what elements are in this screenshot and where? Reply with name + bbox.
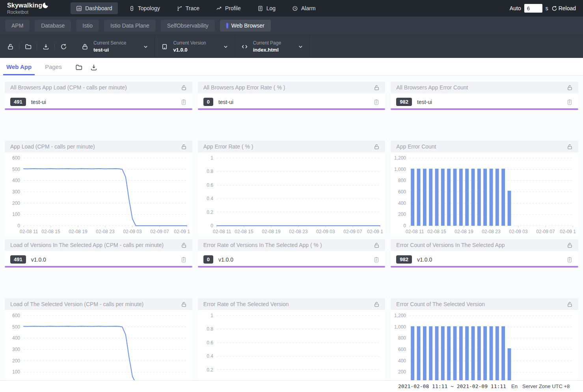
lock-icon[interactable] bbox=[374, 144, 380, 150]
svg-text:02-09 1: 02-09 1 bbox=[367, 229, 383, 234]
card-selected-version-error-rate-chart: Error Rate of The Selected Version 00.20… bbox=[198, 298, 386, 392]
tab-pages[interactable]: Pages bbox=[44, 63, 63, 75]
view-tab-tools bbox=[75, 64, 97, 75]
footer-bar: 2021-02-08 11:11 ~ 2021-02-09 11:11 En S… bbox=[0, 380, 583, 392]
lock-icon[interactable] bbox=[567, 85, 573, 91]
auto-reload-interval-input[interactable] bbox=[524, 4, 542, 13]
language-switch[interactable]: En bbox=[511, 383, 518, 389]
card-error-count-of-versions: Error Count of Versions In The Selected … bbox=[391, 239, 578, 268]
svg-text:02-09 03: 02-09 03 bbox=[316, 229, 335, 234]
tab-database[interactable]: Database bbox=[35, 20, 71, 32]
svg-text:0.8: 0.8 bbox=[207, 326, 213, 332]
card-title: Error Count of Versions In The Selected … bbox=[396, 242, 505, 248]
metric-underline-bar bbox=[391, 266, 578, 268]
current-version-value: v1.0.0 bbox=[173, 47, 206, 53]
app-load-line-chart: 010020030040050060002-08 1102-08 1502-08… bbox=[5, 152, 192, 236]
svg-text:02-08 15: 02-08 15 bbox=[428, 229, 447, 234]
card-title: App Error Count bbox=[396, 143, 436, 150]
selector-toolbar: Current Service test-ui Current Version … bbox=[0, 35, 583, 58]
selected-version-error-count-bar-chart: 02004006008001,0001,20002-08 1102-08 150… bbox=[391, 310, 578, 392]
reload-button[interactable]: Reload bbox=[551, 5, 576, 11]
chevron-down-icon bbox=[143, 44, 148, 49]
nav-item-topology[interactable]: Topology bbox=[123, 2, 166, 14]
export-template-button[interactable] bbox=[37, 40, 54, 53]
lock-icon[interactable] bbox=[181, 301, 187, 307]
current-version-selector[interactable]: Current Version v1.0.0 bbox=[155, 35, 235, 58]
import-template-button[interactable] bbox=[19, 40, 37, 53]
metric-value-badge: 0 bbox=[203, 255, 213, 264]
svg-text:0.2: 0.2 bbox=[207, 210, 213, 215]
auto-reload-label: Auto bbox=[510, 5, 521, 11]
nav-item-profile[interactable]: Profile bbox=[210, 2, 246, 14]
time-range-picker[interactable]: 2021-02-08 11:11 ~ 2021-02-09 11:11 bbox=[398, 383, 506, 389]
clipboard-icon[interactable] bbox=[566, 256, 573, 263]
svg-text:600: 600 bbox=[12, 313, 20, 318]
nav-item-alarm[interactable]: Alarm bbox=[287, 2, 321, 14]
lock-icon[interactable] bbox=[181, 144, 187, 150]
clipboard-icon[interactable] bbox=[566, 99, 573, 105]
nav-item-dashboard[interactable]: Dashboard bbox=[71, 2, 118, 14]
tab-selfobservability[interactable]: SelfObservability bbox=[161, 20, 215, 32]
svg-text:02-09 03: 02-09 03 bbox=[509, 229, 528, 234]
svg-text:02-08 19: 02-08 19 bbox=[455, 229, 474, 234]
chevron-down-icon bbox=[223, 44, 228, 49]
lock-icon[interactable] bbox=[374, 242, 380, 248]
current-service-value: test-ui bbox=[93, 47, 126, 53]
lock-icon[interactable] bbox=[567, 144, 573, 150]
svg-text:0.6: 0.6 bbox=[207, 340, 213, 346]
metric-entity-name: v1.0.0 bbox=[417, 256, 432, 263]
tab-apm[interactable]: APM bbox=[5, 20, 30, 32]
import-view-button[interactable] bbox=[75, 64, 82, 71]
refresh-dashboard-button[interactable] bbox=[55, 40, 72, 53]
svg-text:200: 200 bbox=[398, 212, 406, 217]
export-view-button[interactable] bbox=[90, 64, 97, 71]
dashboard-template-tabs: APM Database Istio Istio Data Plane Self… bbox=[0, 17, 583, 35]
svg-text:100: 100 bbox=[12, 369, 20, 375]
svg-text:400: 400 bbox=[398, 201, 406, 206]
app-error-rate-line-chart: 00.20.40.60.8102-08 1102-08 1502-08 1902… bbox=[198, 152, 386, 236]
current-service-label: Current Service bbox=[93, 40, 126, 46]
card-error-rate-of-versions: Error Rate of Versions In The Selected A… bbox=[198, 239, 386, 268]
current-service-selector[interactable]: Current Service test-ui bbox=[75, 35, 155, 58]
lock-icon[interactable] bbox=[181, 242, 187, 248]
svg-text:600: 600 bbox=[398, 347, 406, 352]
app-logo: Skywalking Rocketbot bbox=[7, 2, 48, 15]
clipboard-icon[interactable] bbox=[181, 256, 187, 263]
lock-icon[interactable] bbox=[374, 85, 380, 91]
svg-text:200: 200 bbox=[398, 369, 406, 375]
clipboard-icon[interactable] bbox=[181, 99, 187, 105]
card-app-error-rate-chart: App Error Rate ( % ) 00.20.40.60.8102-08… bbox=[198, 141, 386, 236]
card-title: Error Rate of The Selected Version bbox=[203, 301, 289, 307]
clipboard-icon[interactable] bbox=[373, 99, 380, 105]
card-title: All Browsers App Error Count bbox=[396, 84, 468, 91]
metric-value-badge: 982 bbox=[396, 98, 412, 106]
lock-dashboard-button[interactable] bbox=[2, 40, 19, 53]
download-icon bbox=[43, 43, 49, 50]
svg-text:600: 600 bbox=[398, 189, 406, 195]
lock-icon[interactable] bbox=[374, 301, 380, 307]
current-page-selector[interactable]: Current Page index.html bbox=[235, 35, 310, 58]
svg-text:1,000: 1,000 bbox=[394, 167, 406, 172]
tab-web-app[interactable]: Web App bbox=[6, 63, 32, 75]
current-version-label: Current Version bbox=[173, 40, 206, 46]
svg-text:0.8: 0.8 bbox=[207, 169, 213, 174]
card-app-load-chart: App Load (CPM - calls per minute) 010020… bbox=[5, 141, 192, 236]
tab-web-browser[interactable]: Web Browser bbox=[220, 20, 271, 32]
nav-item-log[interactable]: Log bbox=[252, 2, 281, 14]
lock-icon[interactable] bbox=[181, 85, 187, 91]
clipboard-icon[interactable] bbox=[373, 256, 380, 263]
reload-icon bbox=[551, 6, 557, 11]
svg-text:0: 0 bbox=[404, 223, 406, 229]
selected-version-error-rate-line-chart: 00.20.40.60.8102-08 1102-08 1502-08 1902… bbox=[198, 310, 386, 392]
card-title: App Load (CPM - calls per minute) bbox=[10, 143, 95, 150]
nav-item-label: Dashboard bbox=[85, 5, 112, 11]
tab-istio[interactable]: Istio bbox=[76, 20, 99, 32]
lock-icon[interactable] bbox=[567, 301, 573, 307]
metric-row-versions: Load of Versions In The Selected App (CP… bbox=[5, 239, 578, 268]
topology-icon bbox=[129, 6, 135, 11]
card-app-error-count-chart: App Error Count 02004006008001,0001,2000… bbox=[391, 141, 578, 236]
tab-istio-data-plane[interactable]: Istio Data Plane bbox=[104, 20, 156, 32]
nav-item-trace[interactable]: Trace bbox=[171, 2, 205, 14]
metric-entity-name: v1.0.0 bbox=[31, 256, 46, 263]
lock-icon[interactable] bbox=[567, 242, 573, 248]
